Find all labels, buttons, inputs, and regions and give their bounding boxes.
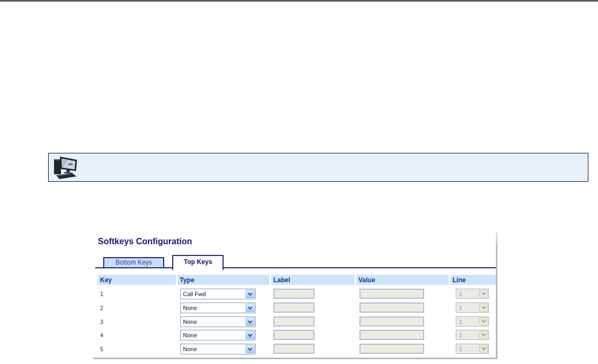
computer-icon (52, 155, 80, 180)
value-input (359, 316, 424, 327)
line-select-value: 1 (459, 346, 462, 352)
line-select-value: 1 (459, 332, 462, 338)
tab-underline (95, 267, 496, 268)
chevron-down-icon[interactable] (246, 345, 255, 353)
column-header-line: Line (450, 275, 496, 285)
line-select: 1 (456, 316, 489, 327)
key-number: 3 (100, 319, 103, 325)
tab-bottom-keys[interactable]: Bottom Keys (103, 257, 164, 268)
type-select[interactable]: None (180, 330, 256, 340)
top-divider (0, 0, 598, 2)
note-box (48, 153, 588, 182)
label-input (273, 303, 315, 313)
panel-bottom-border (93, 358, 497, 359)
column-header-label: Label (271, 275, 355, 285)
tab-top-keys-label: Top Keys (183, 258, 212, 266)
value-input (359, 330, 424, 340)
line-select: 1 (456, 289, 489, 299)
value-input (359, 344, 424, 354)
tab-top-keys[interactable]: Top Keys (172, 255, 224, 270)
chevron-down-icon (479, 345, 488, 353)
line-select: 1 (456, 303, 489, 313)
line-select: 1 (456, 344, 489, 354)
key-number: 5 (100, 346, 103, 352)
type-select[interactable]: Call Fwd (180, 289, 256, 299)
type-select-value: None (183, 332, 197, 338)
type-select-value: None (183, 346, 197, 352)
value-input (359, 289, 424, 299)
key-number: 4 (100, 332, 103, 338)
column-header-key: Key (98, 275, 176, 285)
type-select[interactable]: None (180, 344, 256, 354)
chevron-down-icon[interactable] (246, 331, 255, 339)
type-select-value: Call Fwd (183, 291, 206, 297)
chevron-down-icon (479, 290, 488, 298)
softkey-row-1: 1 Call Fwd 1 (0, 289, 598, 300)
label-input (273, 316, 315, 327)
type-select[interactable]: None (180, 316, 256, 327)
label-input (273, 344, 315, 354)
softkey-row-3: 3 None 1 (0, 316, 598, 328)
chevron-down-icon (479, 331, 488, 339)
key-number: 2 (100, 305, 103, 311)
softkey-row-4: 4 None 1 (0, 330, 598, 341)
line-select-value: 1 (459, 319, 462, 325)
line-select-value: 1 (459, 305, 462, 311)
label-input (273, 289, 315, 299)
column-header-value: Value (356, 275, 449, 285)
page-title: Softkeys Configuration (98, 237, 192, 246)
key-number: 1 (100, 291, 103, 297)
line-select-value: 1 (459, 291, 462, 297)
line-select: 1 (456, 330, 489, 340)
chevron-down-icon[interactable] (246, 290, 255, 298)
chevron-down-icon (479, 317, 488, 326)
tab-bottom-keys-label: Bottom Keys (116, 259, 152, 266)
type-select-value: None (183, 319, 197, 325)
chevron-down-icon[interactable] (246, 304, 255, 312)
label-input (273, 330, 315, 340)
type-select-value: None (183, 305, 197, 311)
page: Softkeys Configuration Bottom Keys Top K… (0, 0, 598, 364)
softkey-row-2: 2 None 1 (0, 303, 598, 314)
type-select[interactable]: None (180, 303, 256, 313)
softkey-row-5: 5 None 1 (0, 344, 598, 355)
chevron-down-icon[interactable] (246, 317, 255, 326)
value-input (359, 303, 424, 313)
column-header-type: Type (178, 275, 270, 285)
chevron-down-icon (479, 304, 488, 312)
